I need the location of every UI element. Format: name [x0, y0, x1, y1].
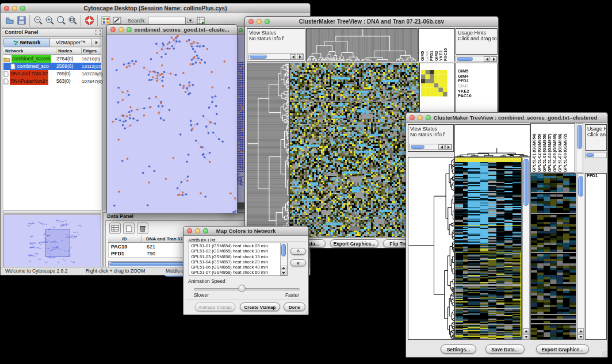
zoom-in-icon[interactable]: [44, 15, 55, 26]
column-label[interactable]: GPL51-01 (GSM854): [532, 124, 536, 172]
close-icon[interactable]: [187, 228, 192, 233]
zoom-window-icon[interactable]: [127, 27, 132, 32]
zoom-window-icon[interactable]: [203, 228, 208, 233]
tv1-heatmap-canvas[interactable]: [290, 63, 419, 237]
panel-splitter[interactable]: [3, 210, 101, 214]
network-row[interactable]: DNA and Tran 07 769(0) 183728(0): [3, 70, 101, 78]
slider-track[interactable]: [194, 288, 300, 290]
attribute-item[interactable]: GPL51-02 (GSM855) heat shock 10 min: [189, 248, 287, 254]
scroll-thumb[interactable]: [578, 176, 583, 197]
attribute-select-icon[interactable]: [109, 223, 121, 234]
col-nodes[interactable]: Nodes: [56, 48, 82, 55]
column-label[interactable]: PAC10: [443, 30, 447, 61]
scroll-right-button[interactable]: [297, 54, 303, 59]
column-label[interactable]: GPL51-04 (GSM857): [548, 124, 552, 172]
col-edges[interactable]: Edges: [82, 48, 104, 55]
create-vizmap-button[interactable]: Create Vizmap: [240, 302, 280, 311]
tv1-column-dendrogram[interactable]: [306, 28, 418, 62]
scroll-thumb[interactable]: [250, 55, 267, 59]
close-icon[interactable]: [4, 6, 9, 11]
zoom-window-icon[interactable]: [426, 115, 431, 120]
minimize-icon[interactable]: [257, 19, 262, 24]
minimize-icon[interactable]: [118, 27, 124, 32]
tv2-column-dendrogram[interactable]: [454, 124, 530, 157]
scroll-thumb[interactable]: [457, 57, 473, 61]
zoom-window-icon[interactable]: [265, 19, 270, 24]
row-label[interactable]: YKE2: [458, 89, 497, 94]
zoom-fit-icon[interactable]: [67, 15, 78, 26]
attribute-item[interactable]: GPL51-04 (GSM857) heat shock 20 min: [189, 259, 287, 265]
dialog-titlebar[interactable]: Map Colors to Network: [183, 227, 308, 236]
zoom-out-icon[interactable]: [32, 15, 44, 26]
treeview1-titlebar[interactable]: ClusterMaker TreeView : DNA and Tran 07-…: [245, 17, 498, 27]
column-label[interactable]: GIM4: [425, 30, 429, 61]
window-controls[interactable]: [4, 6, 25, 11]
window-controls[interactable]: [410, 115, 431, 120]
open-file-icon[interactable]: [4, 15, 16, 26]
column-label[interactable]: GPL51-03 (GSM856): [542, 124, 546, 172]
scroll-left-button[interactable]: [290, 54, 296, 59]
minimize-icon[interactable]: [418, 115, 423, 120]
network-overview-canvas[interactable]: [4, 215, 101, 267]
tv2-status-hscrollbar[interactable]: [410, 144, 452, 150]
scroll-down-button[interactable]: [523, 334, 529, 339]
column-label[interactable]: GPL51-07 (GSM868): [558, 124, 562, 172]
tv2-row-dendrogram[interactable]: [408, 157, 454, 340]
tv1-row-dendrogram[interactable]: [247, 63, 289, 237]
zoom-selected-icon[interactable]: [55, 15, 67, 26]
column-label[interactable]: PFD1: [430, 30, 434, 61]
tv2-heatmap-vscrollbar[interactable]: [522, 157, 530, 340]
attribute-item[interactable]: GPL51-07 (GSM868) heat shock 60 min: [189, 270, 287, 275]
move-down-button[interactable]: v: [290, 259, 306, 266]
attribute-listbox[interactable]: GPL51-01 (GSM854) heat shock 05 minGPL51…: [189, 243, 288, 276]
help-lifering-icon[interactable]: [83, 15, 95, 26]
scroll-thumb[interactable]: [281, 244, 286, 256]
tab-vizmapper[interactable]: VizMapper™: [50, 38, 92, 47]
scroll-right-button[interactable]: [491, 56, 497, 62]
delete-attribute-icon[interactable]: [137, 223, 148, 234]
tv2-global-heatmap[interactable]: [454, 157, 522, 340]
tv1-row-dendrogram-canvas[interactable]: [247, 63, 289, 237]
tv2-heatmap-canvas[interactable]: [455, 158, 521, 339]
tv2-zoom-vscrollbar[interactable]: [577, 173, 584, 340]
column-label[interactable]: GPL51-08 (GSM872): [563, 124, 567, 172]
scroll-left-button[interactable]: [484, 56, 490, 62]
scroll-up-button[interactable]: [577, 328, 584, 334]
scroll-down-button[interactable]: [577, 334, 584, 339]
network-view-titlebar[interactable]: combined_scores_good.txt--cluste...: [107, 25, 237, 35]
tv2-labels-vscrollbar[interactable]: [576, 123, 583, 173]
scroll-thumb[interactable]: [411, 145, 424, 149]
scroll-up-button[interactable]: [523, 328, 529, 334]
window-controls[interactable]: [248, 19, 270, 24]
tv2-zoom-heatmap[interactable]: [530, 173, 576, 340]
row-label[interactable]: GIM3: [458, 84, 497, 89]
scroll-thumb[interactable]: [586, 153, 594, 157]
scroll-down-button[interactable]: [281, 271, 286, 275]
row-label[interactable]: GIM5: [458, 69, 497, 74]
float-panel-icon[interactable]: [95, 30, 101, 35]
tv1-col-dendrogram-canvas[interactable]: [307, 29, 417, 61]
zoom-window-icon[interactable]: [20, 6, 25, 11]
tab-overflow-button[interactable]: [92, 38, 101, 47]
save-icon[interactable]: [16, 15, 27, 26]
close-icon[interactable]: [110, 27, 116, 32]
network-overview[interactable]: [3, 214, 101, 267]
tv2-save-data-button[interactable]: Save Data...: [485, 344, 525, 354]
zoom-window-icon[interactable]: [239, 28, 243, 32]
search-input[interactable]: [148, 17, 186, 25]
minimize-icon[interactable]: [195, 228, 200, 233]
column-label[interactable]: YKE2: [439, 30, 443, 61]
tv1-status-hscrollbar[interactable]: [248, 53, 304, 60]
network-view-canvas[interactable]: [107, 35, 237, 213]
attribute-item[interactable]: GPL51-06 (GSM865) heat shock 40 min: [189, 265, 287, 270]
tv2-settings-button[interactable]: Settings...: [441, 344, 476, 354]
treeview2-titlebar[interactable]: ClusterMaker TreeView : combined_scores_…: [406, 113, 607, 123]
tv2-export-graphics-button[interactable]: Export Graphics...: [536, 344, 589, 354]
col-network[interactable]: Network: [3, 48, 56, 55]
tv1-cluster-heatmap-canvas[interactable]: [421, 70, 447, 97]
scroll-thumb[interactable]: [523, 159, 529, 206]
scroll-thumb[interactable]: [577, 125, 582, 149]
tv1-global-heatmap[interactable]: [289, 63, 419, 237]
network-row[interactable]: combined_scores 2764(0) 16218(0): [3, 55, 101, 63]
resize-grip[interactable]: [303, 309, 308, 314]
